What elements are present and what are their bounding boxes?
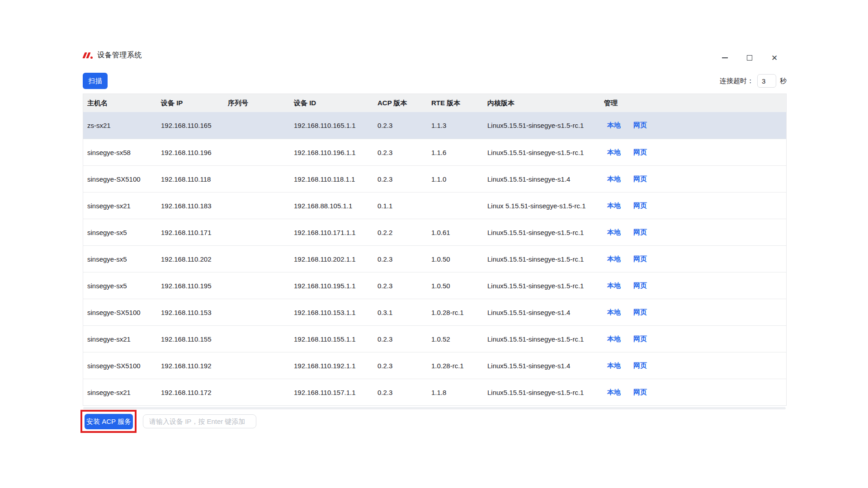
timeout-input[interactable] — [757, 74, 776, 88]
web-link[interactable]: 网页 — [633, 361, 647, 370]
cell-manage: 本地 网页 — [604, 388, 786, 397]
cell-acp: 0.2.3 — [377, 335, 431, 343]
local-link[interactable]: 本地 — [607, 361, 621, 370]
local-link[interactable]: 本地 — [607, 308, 621, 317]
app-window: 设备管理系统 ✕ 扫描 连接超时： 秒 主机名 设备 IP 序列号 设备 ID … — [0, 0, 868, 488]
web-link[interactable]: 网页 — [633, 335, 647, 343]
cell-rte: 1.0.50 — [431, 255, 487, 263]
cell-rte: 1.0.28-rc.1 — [431, 309, 487, 316]
close-button[interactable]: ✕ — [768, 51, 781, 65]
table-row[interactable]: sinsegye-sx58 192.168.110.196 192.168.11… — [83, 139, 786, 165]
maximize-icon — [747, 55, 752, 61]
cell-hostname: zs-sx21 — [87, 122, 161, 129]
cell-device-id: 192.168.110.118.1.1 — [294, 175, 377, 183]
cell-manage: 本地 网页 — [604, 308, 786, 317]
cell-manage: 本地 网页 — [604, 361, 786, 370]
cell-manage: 本地 网页 — [604, 282, 786, 290]
cell-acp: 0.2.3 — [377, 389, 431, 396]
web-link[interactable]: 网页 — [633, 308, 647, 317]
timeout-label: 连接超时： — [720, 77, 754, 85]
cell-hostname: sinsegye-SX5100 — [87, 309, 161, 316]
table-row[interactable]: sinsegye-sx21 192.168.110.183 192.168.88… — [83, 192, 786, 219]
scan-button[interactable]: 扫描 — [83, 73, 108, 89]
cell-hostname: sinsegye-sx5 — [87, 255, 161, 263]
cell-rte: 1.0.28-rc.1 — [431, 362, 487, 370]
local-link[interactable]: 本地 — [607, 175, 621, 183]
cell-hostname: sinsegye-sx21 — [87, 202, 161, 210]
local-link[interactable]: 本地 — [607, 388, 621, 397]
web-link[interactable]: 网页 — [633, 148, 647, 157]
col-header-acp: ACP 版本 — [377, 99, 431, 108]
cell-ip: 192.168.110.192 — [161, 362, 228, 370]
cell-device-id: 192.168.110.192.1.1 — [294, 362, 377, 370]
cell-manage: 本地 网页 — [604, 228, 786, 237]
col-header-hostname: 主机名 — [87, 99, 161, 108]
app-title: 设备管理系统 — [97, 51, 142, 60]
cell-device-id: 192.168.110.171.1.1 — [294, 229, 377, 236]
table-row[interactable]: sinsegye-sx5 192.168.110.195 192.168.110… — [83, 272, 786, 299]
cell-hostname: sinsegye-sx5 — [87, 282, 161, 290]
local-link[interactable]: 本地 — [607, 202, 621, 210]
minimize-button[interactable] — [718, 51, 731, 65]
cell-hostname: sinsegye-sx5 — [87, 229, 161, 236]
cell-acp: 0.3.1 — [377, 309, 431, 316]
cell-hostname: sinsegye-sx21 — [87, 389, 161, 396]
cell-ip: 192.168.110.196 — [161, 149, 228, 156]
local-link[interactable]: 本地 — [607, 148, 621, 157]
cell-ip: 192.168.110.202 — [161, 255, 228, 263]
web-link[interactable]: 网页 — [633, 202, 647, 210]
maximize-button[interactable] — [743, 51, 756, 65]
cell-acp: 0.2.3 — [377, 149, 431, 156]
cell-acp: 0.2.3 — [377, 282, 431, 290]
table-row[interactable]: sinsegye-sx21 192.168.110.172 192.168.11… — [83, 379, 786, 405]
cell-device-id: 192.168.110.157.1.1 — [294, 389, 377, 396]
col-header-ip: 设备 IP — [161, 99, 228, 108]
horizontal-scrollbar[interactable] — [83, 407, 786, 409]
local-link[interactable]: 本地 — [607, 121, 621, 130]
web-link[interactable]: 网页 — [633, 255, 647, 263]
cell-ip: 192.168.110.172 — [161, 389, 228, 396]
web-link[interactable]: 网页 — [633, 282, 647, 290]
col-header-kernel: 内核版本 — [487, 99, 604, 108]
cell-kernel: Linux5.15.51-sinsegye-s1.5-rc.1 — [487, 229, 604, 236]
cell-acp: 0.2.3 — [377, 255, 431, 263]
table-row[interactable]: sinsegye-SX5100 192.168.110.153 192.168.… — [83, 299, 786, 325]
cell-ip: 192.168.110.171 — [161, 229, 228, 236]
table-row[interactable]: sinsegye-SX5100 192.168.110.192 192.168.… — [83, 352, 786, 379]
cell-ip: 192.168.110.195 — [161, 282, 228, 290]
cell-device-id: 192.168.110.196.1.1 — [294, 149, 377, 156]
web-link[interactable]: 网页 — [633, 175, 647, 183]
local-link[interactable]: 本地 — [607, 335, 621, 343]
cell-rte: 1.1.0 — [431, 175, 487, 183]
install-acp-button[interactable]: 安装 ACP 服务 — [85, 414, 133, 429]
cell-acp: 0.1.1 — [377, 202, 431, 210]
cell-acp: 0.2.2 — [377, 229, 431, 236]
table-row[interactable]: sinsegye-sx5 192.168.110.171 192.168.110… — [83, 219, 786, 245]
web-link[interactable]: 网页 — [633, 121, 647, 130]
table-row[interactable]: sinsegye-sx5 192.168.110.202 192.168.110… — [83, 245, 786, 272]
col-header-serial: 序列号 — [228, 99, 294, 108]
col-header-manage: 管理 — [604, 99, 786, 108]
cell-kernel: Linux 5.15.51-sinsegye-s1.5-rc.1 — [487, 202, 604, 210]
cell-rte: 1.0.61 — [431, 229, 487, 236]
local-link[interactable]: 本地 — [607, 255, 621, 263]
table-row[interactable]: zs-sx21 192.168.110.165 192.168.110.165.… — [83, 112, 786, 139]
cell-kernel: Linux5.15.51-sinsegye-s1.5-rc.1 — [487, 149, 604, 156]
cell-hostname: sinsegye-SX5100 — [87, 362, 161, 370]
cell-kernel: Linux5.15.51-sinsegye-s1.5-rc.1 — [487, 389, 604, 396]
web-link[interactable]: 网页 — [633, 228, 647, 237]
table-row[interactable]: sinsegye-sx21 192.168.110.155 192.168.11… — [83, 325, 786, 352]
cell-manage: 本地 网页 — [604, 255, 786, 263]
table-row[interactable]: sinsegye-SX5100 192.168.110.118 192.168.… — [83, 165, 786, 192]
local-link[interactable]: 本地 — [607, 228, 621, 237]
cell-hostname: sinsegye-sx21 — [87, 335, 161, 343]
device-ip-input[interactable] — [143, 414, 256, 428]
web-link[interactable]: 网页 — [633, 388, 647, 397]
cell-acp: 0.2.3 — [377, 175, 431, 183]
cell-kernel: Linux5.15.51-sinsegye-s1.5-rc.1 — [487, 122, 604, 129]
table-header: 主机名 设备 IP 序列号 设备 ID ACP 版本 RTE 版本 内核版本 管… — [83, 94, 786, 112]
cell-kernel: Linux5.15.51-sinsegye-s1.5-rc.1 — [487, 255, 604, 263]
local-link[interactable]: 本地 — [607, 282, 621, 290]
col-header-rte: RTE 版本 — [431, 99, 487, 108]
cell-ip: 192.168.110.155 — [161, 335, 228, 343]
